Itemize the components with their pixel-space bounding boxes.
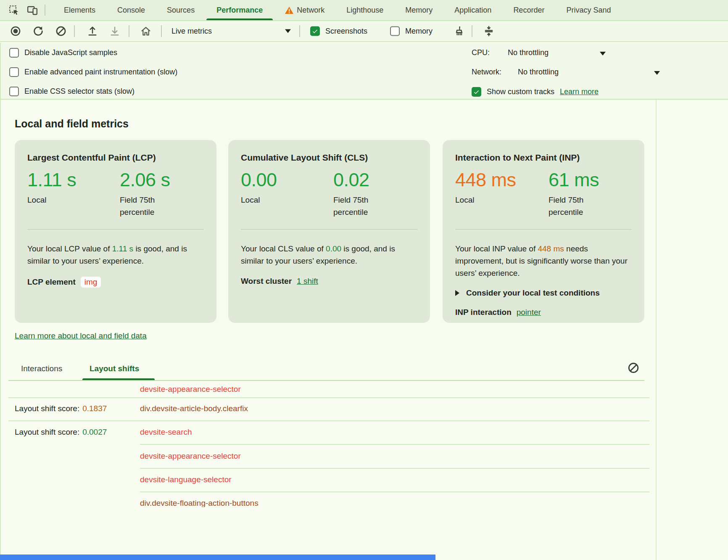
inspect-element-icon[interactable] bbox=[8, 4, 20, 16]
tab-performance[interactable]: Performance bbox=[206, 0, 274, 20]
cls-local-value: 0.00 bbox=[241, 169, 333, 190]
table-row: devsite-appearance-selector bbox=[0, 383, 728, 395]
local-label: Local bbox=[241, 194, 304, 206]
tab-privacy-sandbox[interactable]: Privacy Sand bbox=[555, 0, 622, 20]
lcp-element-node-link[interactable]: img bbox=[81, 277, 101, 288]
tab-console[interactable]: Console bbox=[106, 0, 156, 20]
node-link[interactable]: devsite-search bbox=[140, 426, 192, 438]
metric-card-inp: Interaction to Next Paint (INP) 448 ms L… bbox=[443, 140, 644, 323]
reload-record-icon[interactable] bbox=[32, 25, 45, 37]
node-link[interactable]: div.devsite-floating-action-buttons bbox=[140, 497, 258, 507]
metric-card-lcp: Largest Contentful Paint (LCP) 1.11 s Lo… bbox=[15, 140, 216, 323]
load-profile-icon[interactable] bbox=[86, 25, 99, 37]
learn-more-field-data-link[interactable]: Learn more about local and field data bbox=[15, 331, 147, 341]
tab-interactions[interactable]: Interactions bbox=[21, 364, 62, 373]
inp-description: Your local INP value of 448 ms needs imp… bbox=[455, 243, 632, 279]
tab-memory[interactable]: Memory bbox=[394, 0, 443, 20]
device-toolbar-icon[interactable] bbox=[26, 4, 39, 16]
tab-application[interactable]: Application bbox=[443, 0, 502, 20]
lcp-element-label: LCP element bbox=[27, 277, 76, 287]
row-divider bbox=[8, 420, 649, 421]
disable-js-samples-checkbox[interactable] bbox=[9, 48, 19, 58]
network-throttling-row: Network: No throttling bbox=[472, 68, 559, 77]
local-label: Local bbox=[455, 194, 518, 206]
tab-layout-shifts[interactable]: Layout shifts bbox=[90, 364, 139, 373]
memory-checkbox-row[interactable]: Memory bbox=[390, 26, 433, 36]
tab-recorder[interactable]: Recorder bbox=[502, 0, 555, 20]
memory-checkbox[interactable] bbox=[390, 26, 400, 36]
cls-description: Your local CLS value of 0.00 is good, an… bbox=[241, 243, 417, 267]
garbage-collect-icon[interactable] bbox=[452, 25, 465, 37]
inp-local-value: 448 ms bbox=[455, 169, 549, 190]
record-icon[interactable] bbox=[9, 25, 22, 37]
divider bbox=[45, 5, 45, 16]
node-link[interactable]: devsite-appearance-selector bbox=[140, 450, 241, 462]
metric-card-cls: Cumulative Layout Shift (CLS) 0.00 Local… bbox=[228, 140, 430, 323]
divider bbox=[299, 25, 300, 37]
css-selector-stats-row[interactable]: Enable CSS selector stats (slow) bbox=[9, 87, 135, 96]
warning-icon bbox=[285, 6, 294, 14]
disable-js-samples-row[interactable]: Disable JavaScript samples bbox=[9, 48, 117, 58]
node-link[interactable]: div.devsite-article-body.clearfix bbox=[140, 403, 248, 415]
inp-interaction-link[interactable]: pointer bbox=[517, 308, 541, 317]
network-chevron-down-icon[interactable] bbox=[654, 71, 660, 75]
tab-elements[interactable]: Elements bbox=[53, 0, 106, 20]
table-row: Layout shift score:0.1837 div.devsite-ar… bbox=[0, 403, 728, 415]
collapse-icon[interactable] bbox=[483, 25, 495, 37]
tab-sources[interactable]: Sources bbox=[156, 0, 206, 20]
worst-cluster-label: Worst cluster bbox=[241, 277, 292, 286]
home-icon[interactable] bbox=[140, 25, 152, 37]
bottom-blue-bar bbox=[0, 555, 435, 560]
cpu-throttling-select[interactable]: No throttling bbox=[508, 48, 549, 57]
panel-mode-select[interactable]: Live metrics bbox=[171, 27, 212, 36]
field-label: Field 75th percentile bbox=[549, 194, 612, 219]
divider bbox=[455, 229, 632, 230]
cpu-throttling-row: CPU: No throttling bbox=[472, 48, 549, 57]
screenshots-checkbox-row[interactable]: Screenshots bbox=[310, 26, 367, 36]
inp-interaction-label: INP interaction bbox=[455, 308, 512, 317]
clear-icon[interactable] bbox=[55, 25, 67, 37]
worst-cluster-link[interactable]: 1 shift bbox=[297, 277, 318, 286]
page-title: Local and field metrics bbox=[15, 118, 129, 130]
card-title: Cumulative Layout Shift (CLS) bbox=[241, 153, 417, 163]
lcp-local-value: 1.11 s bbox=[27, 169, 120, 190]
local-test-conditions-disclosure[interactable]: Consider your local test conditions bbox=[455, 288, 632, 298]
node-link[interactable]: devsite-appearance-selector bbox=[140, 383, 241, 395]
row-divider bbox=[140, 444, 649, 445]
divider bbox=[74, 25, 75, 37]
custom-tracks-row: Show custom tracks Learn more bbox=[472, 87, 599, 97]
network-throttling-select[interactable]: No throttling bbox=[518, 68, 559, 77]
advanced-paint-row[interactable]: Enable advanced paint instrumentation (s… bbox=[9, 67, 177, 77]
table-row: Layout shift score:0.0027 devsite-search bbox=[0, 426, 728, 438]
clear-log-icon[interactable] bbox=[627, 362, 640, 374]
cls-field-value: 0.02 bbox=[333, 169, 417, 190]
tab-lighthouse[interactable]: Lighthouse bbox=[335, 0, 394, 20]
node-link[interactable]: devsite-language-selector bbox=[140, 474, 232, 486]
performance-toolbar: Live metrics Screenshots Memory bbox=[0, 21, 728, 42]
layout-shift-score: 0.0027 bbox=[82, 428, 107, 436]
table-row: devsite-language-selector bbox=[0, 474, 728, 486]
css-selector-stats-checkbox[interactable] bbox=[9, 87, 19, 96]
card-title: Interaction to Next Paint (INP) bbox=[455, 153, 632, 163]
table-row: devsite-appearance-selector bbox=[0, 450, 728, 462]
field-label: Field 75th percentile bbox=[333, 194, 396, 219]
layout-shift-score: 0.1837 bbox=[82, 404, 107, 413]
chevron-down-icon[interactable] bbox=[285, 29, 291, 33]
screenshots-checkbox[interactable] bbox=[310, 26, 320, 36]
custom-tracks-checkbox[interactable] bbox=[472, 87, 481, 97]
divider bbox=[129, 25, 129, 37]
row-divider bbox=[8, 397, 649, 398]
custom-tracks-learn-more-link[interactable]: Learn more bbox=[560, 87, 599, 96]
lcp-description: Your local LCP value of 1.11 s is good, … bbox=[27, 243, 204, 267]
divider bbox=[472, 25, 472, 37]
lcp-field-value: 2.06 s bbox=[120, 169, 204, 190]
tab-network[interactable]: Network bbox=[274, 0, 335, 20]
divider bbox=[27, 229, 204, 230]
divider bbox=[161, 25, 162, 37]
save-profile-icon[interactable] bbox=[108, 25, 121, 37]
devtools-tab-bar: Elements Console Sources Performance Net… bbox=[0, 0, 728, 21]
advanced-paint-checkbox[interactable] bbox=[9, 67, 19, 77]
metric-detail-tabs: Interactions Layout shifts bbox=[0, 361, 728, 381]
field-label: Field 75th percentile bbox=[120, 194, 183, 219]
cpu-chevron-down-icon[interactable] bbox=[600, 52, 606, 55]
